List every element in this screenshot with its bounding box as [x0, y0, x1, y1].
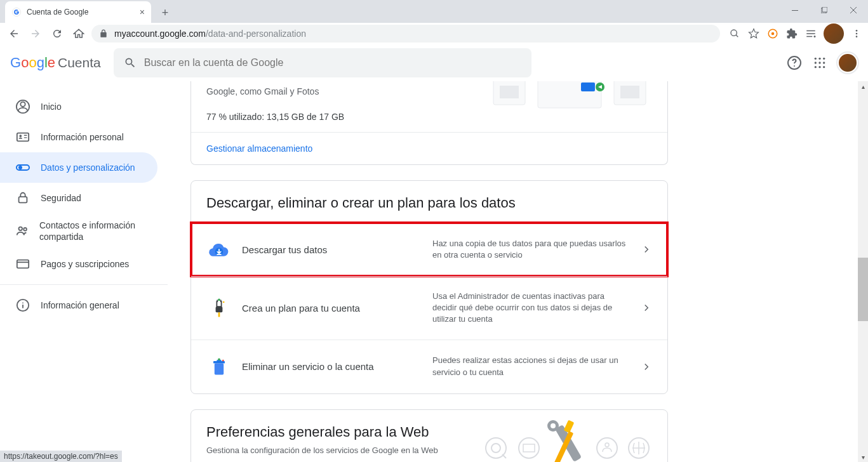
option-download-data[interactable]: Descargar tus datos Haz una copia de tus…	[190, 221, 669, 277]
svg-point-9	[856, 33, 858, 35]
scroll-down-arrow[interactable]: ▾	[858, 452, 868, 462]
svg-point-21	[823, 66, 825, 68]
google-logo[interactable]: Google Cuenta	[10, 55, 101, 71]
svg-point-50	[491, 444, 500, 452]
svg-point-10	[856, 36, 858, 37]
svg-point-18	[823, 62, 825, 63]
svg-point-54	[605, 443, 609, 447]
lock-icon	[15, 190, 30, 206]
home-button[interactable]	[70, 25, 88, 43]
sidebar-item-label: Información personal	[41, 132, 124, 142]
trash-icon	[206, 354, 232, 380]
svg-point-48	[222, 359, 224, 361]
svg-rect-28	[19, 197, 27, 202]
sidebar-item-payments[interactable]: Pagos y suscripciones	[0, 249, 157, 279]
option-account-plan[interactable]: Crea un plan para tu cuenta Usa el Admin…	[191, 276, 667, 340]
minimize-button[interactable]	[780, 0, 810, 20]
svg-rect-52	[523, 444, 535, 452]
profile-avatar[interactable]	[824, 23, 844, 44]
apps-icon[interactable]	[813, 56, 826, 69]
storage-illustration	[487, 81, 652, 112]
product-name: Cuenta	[58, 55, 101, 70]
data-plan-card: Descargar, eliminar o crear un plan para…	[190, 180, 668, 394]
scroll-up-arrow[interactable]: ▴	[858, 81, 868, 91]
sidebar-item-home[interactable]: Inicio	[0, 91, 157, 122]
bookmark-icon[interactable]	[747, 27, 760, 40]
help-icon[interactable]	[787, 55, 802, 70]
svg-point-15	[823, 57, 825, 59]
card-icon	[15, 256, 30, 272]
sidebar-item-label: Datos y personalización	[41, 162, 135, 173]
sidebar-item-label: Información general	[41, 300, 119, 310]
chevron-right-icon	[641, 244, 652, 255]
url-text: myaccount.google.com/data-and-personaliz…	[114, 29, 306, 39]
extension-icon-1[interactable]	[766, 27, 779, 40]
section-title: Descargar, eliminar o crear un plan para…	[191, 181, 667, 223]
svg-point-7	[814, 36, 816, 37]
sidebar-item-data-personalization[interactable]: Datos y personalización	[0, 152, 157, 183]
main-content: Google, como Gmail y Fotos 77 % utilizad…	[178, 81, 868, 462]
svg-point-47	[218, 358, 220, 360]
svg-point-57	[551, 423, 556, 428]
sidebar-item-label: Pagos y suscripciones	[41, 259, 129, 269]
search-icon	[124, 56, 137, 69]
svg-point-4	[731, 30, 737, 36]
lock-icon	[99, 29, 108, 38]
svg-point-8	[856, 30, 858, 32]
browser-tab[interactable]: Cuenta de Google ×	[5, 1, 151, 23]
sidebar-item-personal-info[interactable]: Información personal	[0, 122, 157, 152]
option-description: Puedes realizar estas acciones si dejas …	[432, 355, 641, 378]
svg-rect-37	[581, 82, 595, 91]
forward-button[interactable]	[27, 25, 44, 43]
toggle-icon	[15, 160, 30, 175]
tab-strip: Cuenta de Google × +	[0, 0, 868, 23]
browser-toolbar: myaccount.google.com/data-and-personaliz…	[0, 23, 868, 44]
info-icon	[15, 298, 30, 313]
sidebar-item-security[interactable]: Seguridad	[0, 183, 157, 213]
option-title: Descargar tus datos	[242, 244, 432, 255]
option-title: Eliminar un servicio o la cuenta	[242, 361, 432, 372]
manage-storage-link[interactable]: Gestionar almacenamiento	[191, 132, 667, 164]
new-tab-button[interactable]: +	[156, 4, 174, 22]
reload-button[interactable]	[48, 25, 66, 43]
status-bar: https://takeout.google.com/?hl=es	[0, 451, 122, 462]
close-icon[interactable]: ×	[140, 7, 145, 17]
svg-point-6	[771, 32, 775, 36]
sidebar: Inicio Información personal Datos y pers…	[0, 81, 178, 462]
svg-point-51	[519, 438, 539, 458]
sidebar-item-about[interactable]: Información general	[0, 290, 157, 320]
chevron-right-icon	[641, 361, 652, 373]
close-button[interactable]	[839, 0, 868, 20]
address-bar[interactable]: myaccount.google.com/data-and-personaliz…	[91, 25, 720, 43]
browser-chrome: Cuenta de Google × + myaccount.google.co…	[0, 0, 868, 44]
svg-point-19	[815, 66, 817, 68]
account-avatar[interactable]	[838, 53, 858, 73]
maximize-button[interactable]	[810, 0, 839, 20]
tab-title: Cuenta de Google	[27, 8, 88, 16]
svg-rect-3	[822, 7, 827, 12]
svg-point-29	[19, 227, 23, 231]
window-controls	[780, 0, 868, 20]
reading-list-icon[interactable]	[805, 27, 817, 40]
home-icon	[15, 99, 30, 114]
svg-rect-45	[215, 363, 224, 374]
svg-point-33	[22, 302, 23, 303]
sidebar-separator	[0, 284, 168, 285]
download-icon	[206, 237, 232, 262]
svg-point-43	[218, 299, 220, 301]
sidebar-item-contacts[interactable]: Contactos e información compartida	[0, 213, 157, 249]
storage-card: Google, como Gmail y Fotos 77 % utilizad…	[190, 81, 668, 165]
tools-illustration	[477, 416, 655, 462]
svg-rect-40	[620, 86, 639, 98]
extensions-icon[interactable]	[785, 27, 798, 40]
zoom-icon[interactable]	[728, 27, 741, 40]
account-search[interactable]	[114, 48, 531, 77]
back-button[interactable]	[5, 25, 23, 43]
scrollbar-thumb[interactable]	[858, 258, 868, 321]
svg-rect-46	[213, 361, 225, 364]
search-input[interactable]	[144, 57, 521, 69]
menu-icon[interactable]	[850, 27, 863, 40]
id-card-icon	[15, 129, 30, 145]
svg-rect-35	[500, 86, 519, 98]
option-delete-service[interactable]: Eliminar un servicio o la cuenta Puedes …	[191, 340, 667, 393]
